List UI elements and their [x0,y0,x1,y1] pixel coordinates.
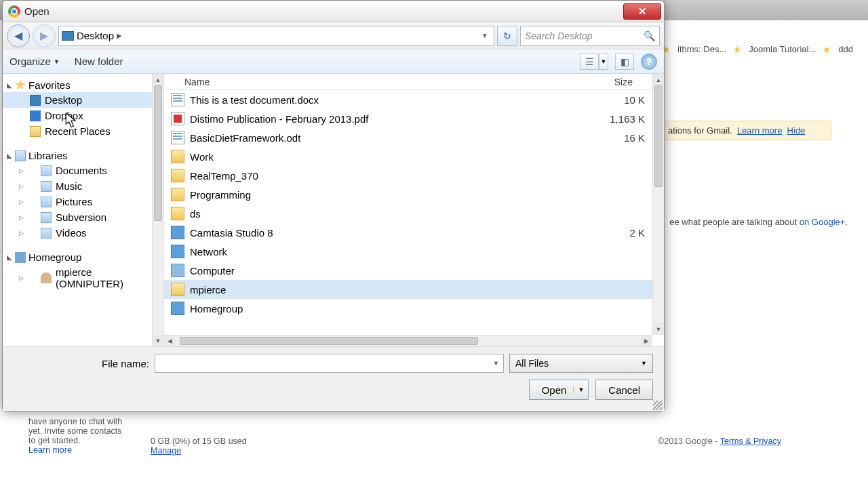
chevron-down-icon[interactable]: ▼ [573,386,584,393]
file-scrollbar-vertical[interactable]: ▲ ▼ [652,74,664,335]
doc-icon [171,131,184,144]
file-row[interactable]: Programming [164,185,664,204]
nav-item-desktop[interactable]: Desktop [3,92,163,108]
column-name[interactable]: Name [184,77,429,87]
cancel-button[interactable]: Cancel [595,380,653,400]
filename-input[interactable]: ▼ [155,354,504,373]
new-folder-button[interactable]: New folder [75,56,123,67]
pdf-icon [171,112,184,125]
search-placeholder: Search Desktop [525,30,593,41]
nav-scrollbar[interactable]: ▲ ▼ [152,74,163,346]
expand-icon[interactable]: ▷ [19,214,24,221]
search-input[interactable]: Search Desktop 🔍 [520,26,660,46]
scroll-down-icon[interactable]: ▼ [153,335,163,346]
file-name: Homegroup [190,303,603,314]
nav-item-recent-places[interactable]: Recent Places [3,123,163,139]
nav-item-label: Music [56,180,82,192]
banner-hide-link[interactable]: Hide [787,125,806,136]
nav-item-music[interactable]: ▷ Music [3,178,163,194]
file-row[interactable]: Camtasia Studio 82 K [164,223,664,242]
nav-item-documents[interactable]: ▷ Documents [3,163,163,178]
bookmark-item[interactable]: ithms: Des... [677,44,726,54]
scroll-right-icon[interactable]: ▶ [641,336,652,346]
scroll-thumb[interactable] [654,85,663,187]
view-mode-button[interactable]: ☰ [580,54,599,70]
open-label: Open [542,384,567,396]
nav-item-subversion[interactable]: ▷ Subversion [3,209,163,225]
refresh-button[interactable]: ↻ [497,26,517,46]
scroll-up-icon[interactable]: ▲ [653,74,664,85]
toolbar: Organize ▼ New folder ☰ ▼ ◧ ? [3,49,664,74]
gplus-link[interactable]: on Google+ [800,217,846,227]
doc-icon [171,93,184,106]
folder-icon [171,207,184,220]
library-icon [41,228,52,239]
forward-button[interactable]: ▶ [33,24,56,47]
folder-icon [171,188,184,201]
nav-item-dropbox[interactable]: Dropbox [3,108,163,123]
back-button[interactable]: ◀ [7,24,30,47]
nav-group-favorites[interactable]: ◣ Favorites [3,78,163,92]
scroll-thumb[interactable] [180,337,478,345]
view-mode-dropdown[interactable]: ▼ [599,54,608,70]
expand-icon[interactable]: ▷ [19,274,24,281]
terms-link[interactable]: Terms & Privacy [720,436,781,446]
nav-item-homegroup-user[interactable]: ▷ mpierce (OMNIPUTER) [3,264,163,291]
expand-icon[interactable]: ▷ [19,199,24,205]
nav-item-label: Desktop [45,94,82,106]
file-row[interactable]: Homegroup [164,299,664,318]
nav-group-libraries[interactable]: ◣ Libraries [3,148,163,163]
file-row[interactable]: BasicDietFramework.odt16 K [164,128,664,147]
file-row[interactable]: Work [164,147,664,166]
nav-item-videos[interactable]: ▷ Videos [3,225,163,241]
expand-icon[interactable]: ▷ [19,183,24,190]
breadcrumb[interactable]: Desktop ▶ ▼ [58,26,494,46]
breadcrumb-segment[interactable]: Desktop [77,30,114,41]
resize-grip[interactable] [653,401,663,410]
help-button[interactable]: ? [641,54,657,70]
chat-learn-more-link[interactable]: Learn more [28,445,72,455]
bookmark-item[interactable]: ddd [838,44,853,54]
storage-manage-link[interactable]: Manage [151,446,181,455]
file-list-pane: Name Size This is a test document.docx10… [164,74,664,346]
folder-icon [171,150,184,163]
file-row[interactable]: Computer [164,261,664,280]
collapse-icon[interactable]: ◣ [7,152,12,159]
library-icon [41,212,52,223]
scroll-down-icon[interactable]: ▼ [653,323,664,335]
chevron-down-icon[interactable]: ▼ [493,360,499,367]
collapse-icon[interactable]: ◣ [7,253,12,261]
preview-pane-button[interactable]: ◧ [615,54,634,70]
homegroup-icon [15,252,26,263]
file-scrollbar-horizontal[interactable]: ◀ ▶ [164,335,652,346]
file-row[interactable]: mpierce [164,280,664,299]
chat-text: have anyone to chat with yet. Invite som… [28,417,122,445]
nav-item-label: Subversion [56,211,106,223]
nav-group-homegroup[interactable]: ◣ Homegroup [3,250,163,264]
column-headers: Name Size [164,74,664,90]
open-button[interactable]: Open ▼ [529,380,589,400]
file-row[interactable]: ds [164,204,664,223]
column-size[interactable]: Size [614,77,633,87]
close-button[interactable]: ✕ [623,3,661,20]
scroll-left-icon[interactable]: ◀ [164,336,176,346]
organize-menu[interactable]: Organize ▼ [9,56,60,67]
expand-icon[interactable]: ▷ [19,167,24,174]
expand-icon[interactable]: ▷ [19,230,24,237]
nav-item-pictures[interactable]: ▷ Pictures [3,194,163,209]
filter-label: All Files [515,358,549,369]
file-name: Computer [190,265,603,277]
chevron-right-icon[interactable]: ▶ [117,32,122,39]
bookmark-item[interactable]: Joomla Tutorial... [749,44,816,54]
banner-learn-more-link[interactable]: Learn more [737,125,782,136]
collapse-icon[interactable]: ◣ [7,81,12,89]
path-dropdown-icon[interactable]: ▼ [479,32,491,39]
organize-label: Organize [9,56,51,67]
file-type-filter[interactable]: All Files ▼ [509,354,653,373]
scroll-thumb[interactable] [154,85,162,221]
file-row[interactable]: Network [164,242,664,261]
file-row[interactable]: Distimo Publication - February 2013.pdf1… [164,109,664,128]
scroll-up-icon[interactable]: ▲ [153,74,163,85]
file-row[interactable]: RealTemp_370 [164,166,664,185]
file-row[interactable]: This is a test document.docx10 K [164,90,664,109]
